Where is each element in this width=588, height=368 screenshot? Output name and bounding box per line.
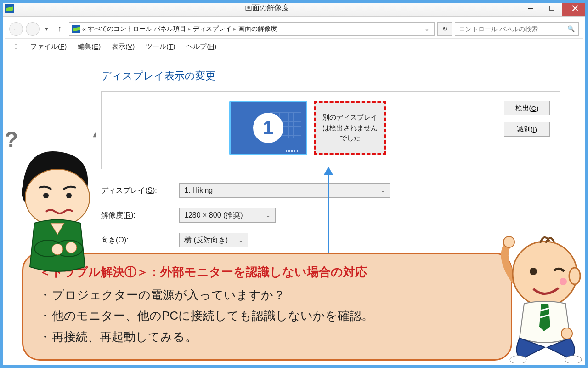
- annotation-arrow-line: [328, 174, 329, 256]
- svg-point-14: [530, 268, 537, 275]
- character-happy: [490, 230, 588, 363]
- orientation-value: 横 (反対向き): [184, 236, 228, 245]
- monitor-not-detected[interactable]: 別のディスプレイは検出されませんでした: [314, 101, 386, 155]
- svg-point-13: [569, 268, 580, 284]
- detect-button[interactable]: 検出(C): [504, 101, 550, 115]
- orientation-combobox[interactable]: 横 (反対向き) ⌄: [179, 233, 248, 247]
- menu-view[interactable]: 表示(V): [112, 42, 135, 51]
- search-input[interactable]: [459, 25, 567, 33]
- search-icon[interactable]: 🔍: [567, 25, 575, 32]
- resolution-value: 588 × 368 (推奨): [184, 211, 243, 220]
- svg-point-9: [52, 244, 63, 255]
- refresh-button[interactable]: ↻: [437, 22, 452, 36]
- svg-point-11: [503, 236, 514, 247]
- svg-point-6: [66, 193, 72, 198]
- orientation-label: 向き(O):: [101, 236, 179, 245]
- nav-history-dropdown[interactable]: ▾: [42, 25, 51, 32]
- menu-bar: ファイル(F) 編集(E) 表示(V) ツール(T) ヘルプ(H): [5, 39, 583, 55]
- svg-text:?: ?: [5, 129, 18, 152]
- breadcrumb-item[interactable]: すべてのコントロール パネル項目: [88, 25, 186, 33]
- chevron-down-icon: ⌄: [238, 237, 243, 243]
- chevron-right-icon: ▸: [188, 25, 191, 32]
- nav-forward-button[interactable]: →: [26, 22, 40, 36]
- nav-back-button[interactable]: ←: [9, 22, 23, 36]
- svg-point-15: [560, 278, 567, 285]
- control-panel-icon: [72, 25, 80, 33]
- svg-point-12: [513, 242, 577, 306]
- close-button[interactable]: [562, 0, 588, 16]
- svg-point-5: [43, 193, 49, 198]
- menu-grip: [15, 43, 17, 51]
- menu-tools[interactable]: ツール(T): [146, 42, 175, 51]
- resolution-label: 解像度(R):: [101, 211, 179, 220]
- window-title: 画面の解像度: [14, 3, 520, 13]
- callout-item: プロジェクターの電源が入っていますか？: [52, 285, 495, 306]
- menu-file[interactable]: ファイル(F): [30, 42, 67, 51]
- nav-up-button[interactable]: ↑: [53, 23, 66, 35]
- search-box[interactable]: 🔍: [455, 22, 579, 36]
- navigation-bar: ← → ▾ ↑ « すべてのコントロール パネル項目 ▸ ディスプレイ ▸ 画面…: [5, 19, 583, 39]
- maximize-button[interactable]: ☐: [541, 0, 562, 16]
- display-label: ディスプレイ(S):: [101, 186, 179, 196]
- display-combobox[interactable]: 1. Hiking ⌄: [179, 183, 390, 198]
- menu-edit[interactable]: 編集(E): [78, 42, 101, 51]
- callout-item: 再接続、再起動してみる。: [52, 327, 495, 348]
- menu-help[interactable]: ヘルプ(H): [186, 42, 216, 51]
- breadcrumb-prefix: «: [82, 25, 86, 33]
- chevron-down-icon: ⌄: [381, 187, 385, 194]
- breadcrumb-item[interactable]: ディスプレイ: [193, 25, 232, 33]
- svg-point-17: [565, 356, 582, 363]
- callout-title: ＜トラブル解決①＞：外部モニターを認識しない場合の対応: [39, 264, 495, 280]
- identify-button[interactable]: 識別(I): [504, 122, 550, 137]
- monitor-number-badge: 1: [253, 113, 283, 143]
- breadcrumb-item[interactable]: 画面の解像度: [238, 25, 277, 33]
- svg-point-10: [66, 242, 77, 253]
- section-title: ディスプレイ表示の変更: [101, 69, 560, 83]
- resolution-combobox[interactable]: 588 × 368 (推奨) ⌄: [179, 208, 276, 223]
- minimize-button[interactable]: ─: [520, 0, 541, 16]
- app-icon: [5, 4, 14, 13]
- callout-list: プロジェクターの電源が入っていますか？ 他のモニター、他のPCに接続しても認識し…: [39, 285, 495, 348]
- character-confused: ? ?: [0, 129, 96, 276]
- svg-text:?: ?: [92, 129, 96, 158]
- address-bar[interactable]: « すべてのコントロール パネル項目 ▸ ディスプレイ ▸ 画面の解像度 ⌄: [69, 22, 435, 36]
- chevron-down-icon: ⌄: [266, 212, 271, 218]
- display-arrangement-panel: 1 別のディスプレイは検出されませんでした 検出(C) 識別(I): [101, 91, 560, 169]
- chevron-right-icon: ▸: [233, 25, 237, 32]
- window-titlebar: 画面の解像度 ─ ☐: [0, 0, 588, 17]
- svg-point-4: [25, 169, 90, 226]
- not-detected-text: 別のディスプレイは検出されませんでした: [319, 112, 381, 144]
- callout-item: 他のモニター、他のPCに接続しても認識しないかを確認。: [52, 305, 495, 327]
- display-value: 1. Hiking: [184, 186, 213, 195]
- svg-point-18: [561, 328, 572, 339]
- monitor-primary[interactable]: 1: [229, 101, 307, 155]
- address-dropdown-icon[interactable]: ⌄: [423, 25, 431, 32]
- svg-point-16: [510, 356, 526, 363]
